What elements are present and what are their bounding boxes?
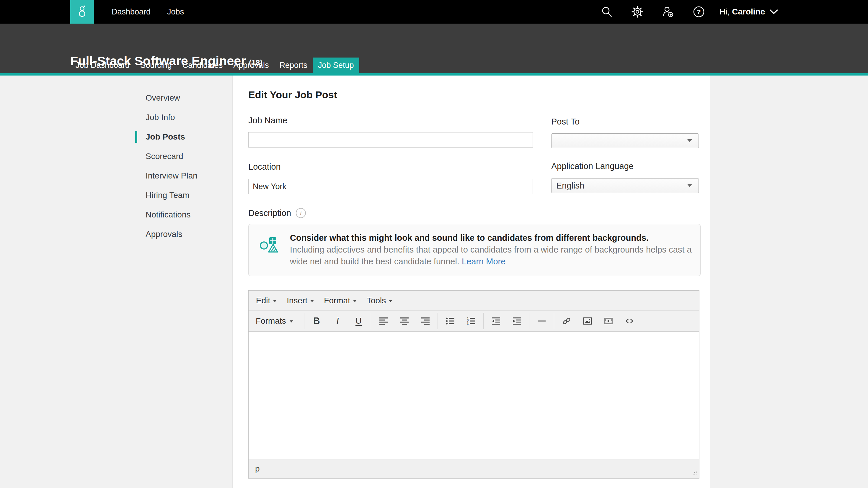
top-nav-links: Dashboard Jobs: [112, 0, 184, 24]
toolbar-separator: [554, 313, 554, 329]
application-language-select[interactable]: English: [551, 178, 699, 193]
add-user-icon[interactable]: [662, 5, 675, 18]
app-root: Dashboard Jobs: [0, 0, 868, 488]
indent-icon: [513, 317, 521, 325]
horizontal-rule-icon: [537, 317, 546, 325]
formats-dropdown[interactable]: Formats: [256, 313, 300, 329]
tab-approvals[interactable]: Approvals: [228, 58, 274, 73]
media-button[interactable]: [598, 313, 619, 329]
link-button[interactable]: [556, 313, 577, 329]
description-editor: Edit Insert Format Tools Formats B I U: [248, 290, 700, 479]
align-left-button[interactable]: [373, 313, 394, 329]
bullet-list-icon: [446, 317, 455, 325]
align-center-button[interactable]: [394, 313, 415, 329]
nav-dashboard[interactable]: Dashboard: [112, 7, 151, 17]
greeting-prefix: Hi,: [719, 7, 730, 17]
post-to-label: Post To: [551, 117, 580, 127]
editor-menubar: Edit Insert Format Tools: [249, 291, 699, 311]
toolbar-separator: [483, 313, 484, 329]
job-header: Full-Stack Software Engineer(18) Job Das…: [0, 24, 868, 73]
tab-reports[interactable]: Reports: [274, 58, 313, 73]
horizontal-rule-button[interactable]: [531, 313, 552, 329]
align-center-icon: [400, 317, 409, 325]
post-to-select[interactable]: [551, 133, 699, 148]
user-menu[interactable]: Hi, Caroline: [719, 0, 778, 24]
italic-button[interactable]: I: [327, 313, 348, 329]
numbered-list-icon: 123: [467, 317, 476, 325]
editor-content-area[interactable]: [249, 332, 699, 459]
tip-title: Consider what this might look and sound …: [290, 233, 649, 242]
sidebar-item-interview-plan[interactable]: Interview Plan: [135, 166, 232, 186]
toolbar-separator: [529, 313, 529, 329]
indent-button[interactable]: [506, 313, 527, 329]
align-right-icon: [421, 317, 430, 325]
learn-more-link[interactable]: Learn More: [462, 257, 505, 266]
link-icon: [562, 317, 571, 325]
tab-job-setup[interactable]: Job Setup: [313, 58, 359, 73]
description-row: Description i: [248, 208, 306, 218]
media-icon: [604, 317, 613, 325]
italic-icon: I: [336, 316, 339, 326]
numbered-list-button[interactable]: 123: [461, 313, 482, 329]
sidebar-item-scorecard[interactable]: Scorecard: [135, 147, 232, 166]
bold-button[interactable]: B: [306, 313, 327, 329]
underline-icon: U: [355, 316, 362, 326]
page-content: Overview Job Info Job Posts Scorecard In…: [0, 75, 868, 488]
application-language-label: Application Language: [551, 161, 633, 171]
align-right-button[interactable]: [415, 313, 436, 329]
chevron-down-icon: [770, 9, 778, 14]
info-icon[interactable]: i: [296, 208, 306, 218]
main-panel: Edit Your Job Post Job Name Post To Loca…: [232, 75, 710, 488]
menu-insert[interactable]: Insert: [282, 296, 319, 305]
nav-jobs[interactable]: Jobs: [167, 7, 184, 17]
menu-tools[interactable]: Tools: [362, 296, 397, 305]
dropdown-caret-icon: [687, 184, 692, 187]
edit-job-post-heading: Edit Your Job Post: [248, 89, 337, 101]
settings-gear-icon[interactable]: [631, 5, 644, 18]
menu-caret-icon: [310, 300, 314, 302]
menu-format[interactable]: Format: [319, 296, 362, 305]
sidebar-item-approvals[interactable]: Approvals: [135, 225, 232, 244]
top-navigation-bar: Dashboard Jobs: [0, 0, 868, 24]
job-name-input[interactable]: [248, 132, 533, 148]
location-input[interactable]: [248, 179, 533, 194]
outdent-icon: [492, 317, 500, 325]
outdent-button[interactable]: [485, 313, 506, 329]
dropdown-caret-icon: [687, 139, 692, 142]
menu-caret-icon: [273, 300, 277, 302]
sidebar-item-job-info[interactable]: Job Info: [135, 108, 232, 127]
underline-button[interactable]: U: [348, 313, 369, 329]
code-button[interactable]: [619, 313, 640, 329]
sidebar-item-overview[interactable]: Overview: [135, 88, 232, 108]
accent-divider: [0, 73, 868, 75]
sidebar-item-hiring-team[interactable]: Hiring Team: [135, 186, 232, 205]
toolbar-separator: [304, 313, 304, 329]
location-label: Location: [248, 162, 281, 172]
bullet-list-button[interactable]: [440, 313, 461, 329]
greenhouse-logo[interactable]: [70, 0, 94, 24]
search-icon[interactable]: [600, 5, 613, 18]
tab-sourcing[interactable]: Sourcing: [135, 58, 177, 73]
inclusion-tip-box: Consider what this might look and sound …: [248, 224, 701, 276]
job-setup-sidebar: Overview Job Info Job Posts Scorecard In…: [135, 88, 232, 244]
diversity-shapes-icon: [259, 235, 280, 258]
tab-candidates[interactable]: Candidates: [177, 58, 228, 73]
menu-caret-icon: [389, 300, 392, 302]
menu-caret-icon: [353, 300, 356, 302]
user-name: Caroline: [732, 7, 765, 17]
help-icon[interactable]: ?: [692, 5, 705, 18]
sidebar-item-notifications[interactable]: Notifications: [135, 205, 232, 225]
tab-job-dashboard[interactable]: Job Dashboard: [70, 58, 135, 73]
resize-grip-icon[interactable]: [692, 470, 698, 477]
greenhouse-g-icon: [75, 4, 89, 20]
element-path[interactable]: p: [249, 464, 260, 474]
toolbar-separator: [371, 313, 371, 329]
job-name-label: Job Name: [248, 116, 287, 125]
bold-icon: B: [313, 316, 320, 326]
image-button[interactable]: [577, 313, 598, 329]
editor-statusbar: p: [249, 459, 699, 478]
code-icon: [625, 317, 634, 325]
menu-edit[interactable]: Edit: [251, 296, 282, 305]
sidebar-item-job-posts[interactable]: Job Posts: [135, 127, 232, 147]
application-language-value: English: [552, 181, 687, 191]
